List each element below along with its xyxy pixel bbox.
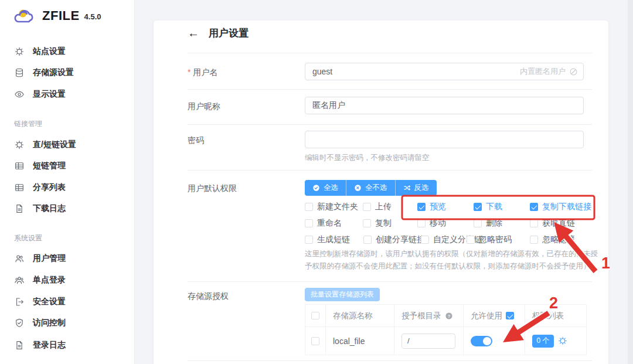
- storage-auth-label: 存储源授权: [188, 291, 229, 302]
- username-input[interactable]: [305, 63, 584, 80]
- permission-bulk-buttons: 全选 全不选 反选: [305, 180, 437, 196]
- invert-selection-button[interactable]: 反选: [395, 180, 437, 196]
- checkbox[interactable]: [474, 219, 482, 227]
- header-storage-name: 存储源名称: [326, 305, 394, 326]
- perm-direct-link[interactable]: 获取直链: [530, 218, 575, 229]
- perm-copy[interactable]: 复制: [363, 218, 392, 229]
- divider: [188, 360, 592, 361]
- nickname-label: 用户昵称: [188, 101, 220, 112]
- allow-all-checkbox[interactable]: [506, 312, 514, 319]
- perm-rename[interactable]: 重命名: [305, 218, 342, 229]
- checkbox[interactable]: [363, 236, 372, 244]
- check-circle-icon: [312, 184, 320, 192]
- storage-name-cell: local_file: [326, 327, 394, 355]
- page-scrollbar[interactable]: [628, 0, 633, 364]
- sidebar-item-label: 分享列表: [33, 182, 66, 193]
- row-select-cell: [305, 327, 326, 355]
- checkbox[interactable]: [530, 219, 538, 227]
- storage-table-row: local_file 0 个: [305, 327, 587, 355]
- header-checkbox[interactable]: [311, 312, 319, 319]
- sidebar-item-site-settings[interactable]: 站点设置: [14, 41, 66, 62]
- sidebar-item-share-list[interactable]: 分享列表: [14, 177, 66, 198]
- perm-list-cell: 0 个: [525, 327, 587, 355]
- close-circle-icon: [354, 184, 362, 192]
- root-dir-cell: [394, 327, 464, 355]
- storage-table: 存储源名称 授予根目录 ? 允许使用 权限列表 local_file: [305, 304, 587, 355]
- permission-row-1: 新建文件夹 上传 预览 下载 复制下载链接: [305, 202, 598, 212]
- checkbox[interactable]: [305, 236, 313, 244]
- sidebar-item-label: 存储源设置: [33, 67, 74, 78]
- question-circle-icon[interactable]: ?: [445, 312, 453, 320]
- sidebar-item-shortlink-management[interactable]: 短链管理: [14, 155, 66, 176]
- sidebar-item-label: 显示设置: [33, 89, 66, 100]
- sidebar-item-sso[interactable]: 单点登录: [14, 270, 66, 291]
- checkbox[interactable]: [363, 219, 371, 227]
- select-none-button[interactable]: 全不选: [346, 180, 395, 196]
- header-select-cell: [305, 305, 326, 326]
- perm-new-folder[interactable]: 新建文件夹: [305, 202, 358, 212]
- select-all-button[interactable]: 全选: [305, 180, 346, 196]
- checkbox-checked[interactable]: [530, 203, 538, 211]
- gear-icon: [14, 46, 25, 57]
- nickname-input[interactable]: [305, 97, 584, 114]
- divider: [188, 89, 592, 90]
- sidebar: ZFILE 4.5.0 站点设置 存储源设置 显示设置 链接管理 直/短链设置 …: [0, 0, 135, 364]
- app-version: 4.5.0: [84, 12, 101, 21]
- perm-ignore-hidden[interactable]: 忽略隐藏: [530, 234, 575, 245]
- page-title: 用户设置: [209, 26, 249, 40]
- sidebar-item-display-settings[interactable]: 显示设置: [14, 84, 66, 105]
- back-button[interactable]: ←: [188, 26, 199, 40]
- sidebar-item-link-settings[interactable]: 直/短链设置: [14, 134, 76, 155]
- perm-copy-download-link[interactable]: 复制下载链接: [530, 202, 591, 212]
- gear-icon[interactable]: [557, 336, 568, 346]
- divider: [188, 281, 592, 282]
- sidebar-item-user-management[interactable]: 用户管理: [14, 248, 66, 269]
- divider: [188, 170, 592, 171]
- sidebar-item-label: 安全设置: [33, 297, 66, 307]
- password-input[interactable]: [305, 131, 584, 148]
- perm-create-share-link[interactable]: 创建分享链接: [363, 234, 425, 245]
- sidebar-item-label: 直/短链设置: [33, 140, 76, 150]
- file-icon: [14, 203, 25, 214]
- checkbox[interactable]: [305, 203, 313, 211]
- app-logo[interactable]: ZFILE 4.5.0: [13, 7, 101, 25]
- shield-check-icon: [14, 318, 25, 328]
- checkbox-checked[interactable]: [474, 203, 482, 211]
- database-icon: [14, 67, 25, 78]
- cloud-logo-icon: [13, 7, 38, 25]
- checkbox-checked[interactable]: [417, 203, 426, 211]
- main-content: ← 用户设置 用户名 内置匿名用户 用户昵称 密码 编辑时不显示密码，不修改密码: [135, 0, 633, 364]
- row-checkbox[interactable]: [311, 337, 319, 345]
- sidebar-section-system-settings: 系统设置: [14, 233, 42, 243]
- checkbox[interactable]: [530, 236, 538, 244]
- sidebar-section-link-management: 链接管理: [14, 119, 42, 129]
- storage-table-header: 存储源名称 授予根目录 ? 允许使用 权限列表: [305, 305, 587, 327]
- perm-count-badge[interactable]: 0 个: [532, 335, 554, 348]
- checkbox[interactable]: [467, 236, 475, 244]
- batch-set-storage-button[interactable]: 批量设置存储源列表: [305, 288, 380, 301]
- checkbox[interactable]: [305, 219, 313, 227]
- sidebar-item-login-log[interactable]: 登录日志: [14, 335, 66, 356]
- sidebar-item-security-settings[interactable]: 安全设置: [14, 291, 66, 312]
- perm-delete[interactable]: 删除: [474, 218, 502, 229]
- perm-short-link[interactable]: 生成短链: [305, 234, 350, 245]
- perm-preview[interactable]: 预览: [417, 202, 446, 212]
- checkbox[interactable]: [417, 219, 426, 227]
- perm-upload[interactable]: 上传: [363, 202, 392, 212]
- sidebar-item-label: 访问控制: [33, 318, 66, 328]
- checkbox[interactable]: [363, 203, 371, 211]
- perm-move[interactable]: 移动: [417, 218, 446, 229]
- root-dir-input[interactable]: [401, 334, 455, 349]
- header-perm-list: 权限列表: [525, 305, 587, 326]
- sidebar-item-download-log[interactable]: 下载日志: [14, 198, 66, 219]
- perm-download[interactable]: 下载: [474, 202, 502, 212]
- table-icon: [14, 161, 25, 171]
- sidebar-item-storage-settings[interactable]: 存储源设置: [14, 62, 74, 83]
- perm-ignore-password[interactable]: 忽略密码: [467, 234, 512, 245]
- shuffle-icon: [403, 184, 411, 192]
- sidebar-item-partial[interactable]: [14, 358, 25, 364]
- app-name: ZFILE: [42, 8, 80, 23]
- allow-use-toggle[interactable]: [471, 336, 492, 346]
- checkbox[interactable]: [421, 236, 429, 244]
- sidebar-item-access-control[interactable]: 访问控制: [14, 312, 66, 334]
